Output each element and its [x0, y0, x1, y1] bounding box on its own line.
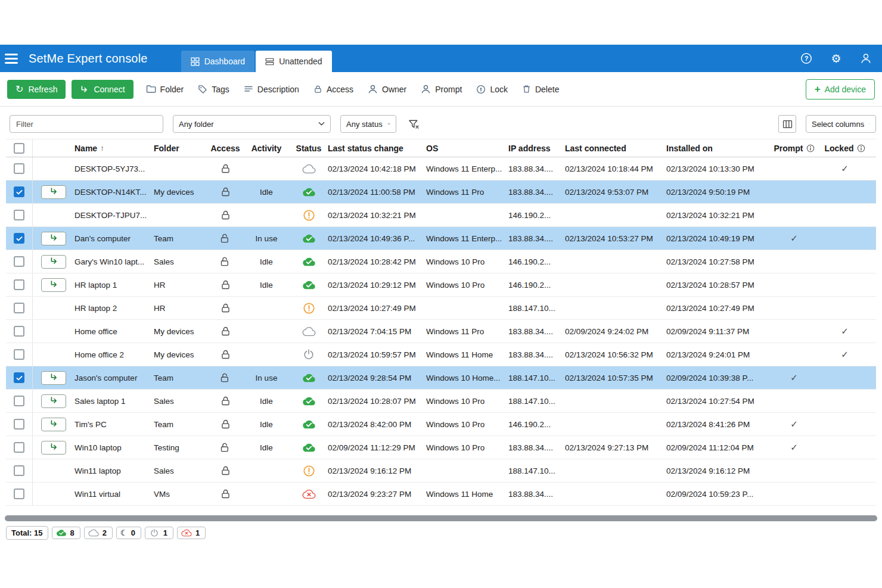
table-row[interactable]: DESKTOP-TJPU7...02/13/2024 10:32:21 PM14… — [6, 204, 876, 227]
row-checkbox[interactable] — [14, 465, 24, 476]
table-row[interactable]: Win11 laptopSales02/13/2024 9:16:12 PM18… — [6, 459, 876, 483]
select-columns-dropdown[interactable]: Select columns — [806, 115, 876, 133]
table-row[interactable]: Win10 laptopTestingIdle02/09/2024 11:12:… — [6, 436, 876, 459]
row-connect-button[interactable] — [41, 394, 66, 408]
help-button[interactable]: ? — [799, 51, 814, 66]
row-checkbox[interactable] — [14, 303, 24, 313]
table-row[interactable]: DESKTOP-N14KT...My devicesIdle02/13/2024… — [6, 181, 876, 204]
table-row[interactable]: Jason's computerTeamIn use02/13/2024 9:2… — [6, 366, 876, 390]
cell-activity: Idle — [243, 413, 290, 435]
lock-button[interactable]: Lock — [470, 80, 514, 99]
column-header-last-status-change[interactable]: Last status change — [328, 139, 426, 157]
filter-input[interactable] — [10, 115, 163, 133]
table-row[interactable]: HR laptop 1HRIdle02/13/2024 10:29:12 PMW… — [6, 273, 876, 297]
column-header-folder[interactable]: Folder — [154, 139, 207, 157]
table-row[interactable]: Gary's Win10 lapt...SalesIdle02/13/2024 … — [6, 250, 876, 273]
column-header-locked[interactable]: Locked — [819, 139, 870, 157]
status-filter-select[interactable]: Any status — [340, 115, 396, 133]
folder-filter-select[interactable]: Any folder — [173, 115, 331, 133]
count-sleep[interactable]: ☾0 — [116, 527, 141, 539]
description-button[interactable]: Description — [237, 80, 306, 99]
cell-folder: Sales — [154, 390, 207, 412]
status-counts: 82☾011 — [52, 527, 206, 539]
table-row[interactable]: Win11 virtualVMs02/13/2024 9:23:27 PMWin… — [6, 483, 876, 506]
cell-folder: My devices — [154, 320, 207, 343]
connect-arrow-icon — [49, 443, 58, 452]
row-checkbox[interactable] — [14, 419, 24, 430]
table-row[interactable]: Tim's PCTeamIdle02/13/2024 8:42:00 PMWin… — [6, 413, 876, 436]
account-button[interactable] — [858, 51, 874, 66]
column-header-name[interactable]: Name ↑ — [74, 139, 154, 157]
row-checkbox[interactable] — [14, 233, 24, 244]
count-power[interactable]: 1 — [145, 527, 173, 539]
cell-prompt — [769, 483, 819, 505]
row-checkbox[interactable] — [14, 163, 24, 174]
horizontal-scrollbar[interactable] — [5, 515, 877, 521]
column-header-os[interactable]: OS — [426, 139, 508, 157]
refresh-button[interactable]: ↻ Refresh — [7, 80, 66, 99]
column-header-prompt[interactable]: Prompt — [769, 139, 819, 157]
cell-ip-address: 146.190.2... — [508, 250, 565, 273]
row-checkbox[interactable] — [14, 396, 24, 406]
table-row[interactable]: Sales laptop 1SalesIdle02/13/2024 10:28:… — [6, 390, 876, 413]
column-header-ip-address[interactable]: IP address — [508, 139, 565, 157]
column-header-last-connected[interactable]: Last connected — [565, 139, 666, 157]
row-checkbox[interactable] — [14, 349, 24, 360]
row-checkbox[interactable] — [14, 489, 24, 499]
connect-button[interactable]: Connect — [72, 80, 133, 99]
column-header-activity[interactable]: Activity — [243, 139, 290, 157]
table-row[interactable]: HR laptop 2HR02/13/2024 10:27:49 PM188.1… — [6, 297, 876, 320]
add-device-button[interactable]: + Add device — [806, 79, 875, 99]
row-connect-button[interactable] — [41, 441, 66, 455]
cell-ip-address: 188.147.10... — [508, 366, 565, 389]
folder-icon — [146, 85, 156, 94]
unlocked-icon — [207, 436, 243, 459]
row-checkbox[interactable] — [14, 442, 24, 453]
row-connect-button[interactable] — [41, 278, 66, 292]
row-checkbox[interactable] — [14, 372, 24, 383]
column-header-installed-on[interactable]: Installed on — [666, 139, 769, 157]
row-checkbox[interactable] — [14, 186, 24, 197]
cell-last-status-change: 02/13/2024 11:00:58 PM — [328, 181, 426, 203]
tags-button[interactable]: Tags — [191, 80, 236, 99]
row-connect-button[interactable] — [41, 232, 66, 245]
count-online[interactable]: 8 — [52, 527, 80, 539]
cell-prompt: ✓ — [769, 227, 819, 250]
prompt-button[interactable]: Prompt — [414, 80, 468, 99]
row-connect-button[interactable] — [41, 418, 66, 431]
row-connect-button[interactable] — [41, 255, 66, 269]
clear-filters-button[interactable] — [406, 116, 421, 132]
row-connect-button[interactable] — [41, 185, 66, 199]
menu-button[interactable] — [5, 49, 23, 67]
account-icon — [860, 52, 872, 64]
tab-unattended[interactable]: Unattended — [256, 51, 331, 72]
unlocked-icon — [207, 227, 243, 250]
count-offline[interactable]: 2 — [84, 527, 113, 539]
delete-button[interactable]: Delete — [515, 80, 566, 99]
row-connect-button[interactable] — [41, 371, 66, 385]
owner-button[interactable]: Owner — [361, 80, 413, 99]
folder-button[interactable]: Folder — [139, 80, 191, 99]
settings-button[interactable]: ⚙ — [828, 51, 844, 66]
table-row[interactable]: DESKTOP-5YJ73...02/13/2024 10:42:18 PMWi… — [6, 157, 876, 181]
table-row[interactable]: Home officeMy devices02/13/2024 7:04:15 … — [6, 320, 876, 343]
cell-last-connected — [565, 250, 666, 273]
cell-folder: Sales — [154, 459, 207, 482]
table-view-button[interactable] — [778, 115, 796, 133]
table-row[interactable]: Dan's computerTeamIn use02/13/2024 10:49… — [6, 227, 876, 250]
table-row[interactable]: Home office 2My devices02/13/2024 10:59:… — [6, 343, 876, 366]
cell-activity — [243, 483, 290, 505]
count-error[interactable]: 1 — [177, 527, 206, 539]
row-checkbox[interactable] — [14, 326, 24, 337]
cell-installed-on: 02/13/2024 9:50:19 PM — [666, 181, 769, 203]
select-all-checkbox[interactable] — [14, 143, 24, 154]
row-checkbox[interactable] — [14, 210, 24, 220]
column-header-access[interactable]: Access — [207, 139, 243, 157]
access-button[interactable]: Access — [307, 80, 360, 99]
column-header-status[interactable]: Status — [290, 139, 328, 157]
row-checkbox[interactable] — [14, 279, 24, 290]
unattended-icon — [265, 57, 274, 66]
cell-ip-address: 188.147.10... — [508, 459, 565, 482]
row-checkbox[interactable] — [14, 256, 24, 267]
tab-dashboard[interactable]: Dashboard — [181, 51, 255, 72]
